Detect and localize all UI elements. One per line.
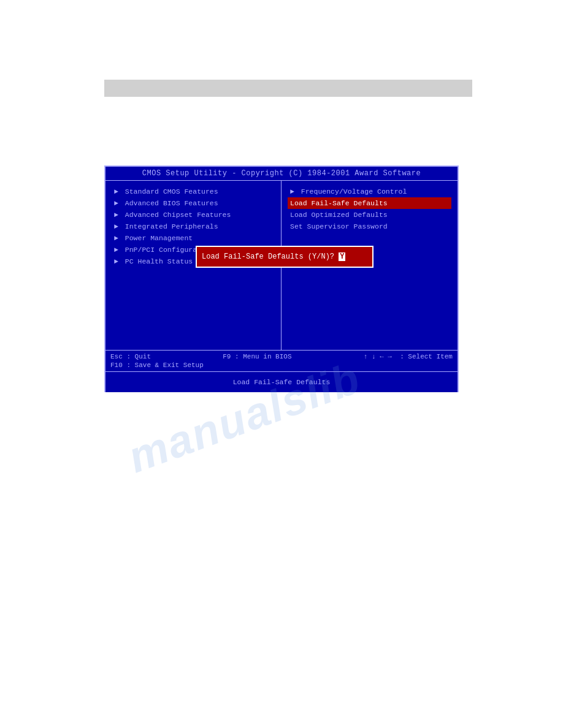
menu-item-advanced-chipset[interactable]: ► Advanced Chipset Features xyxy=(112,209,275,221)
menu-item-label: Frequency/Voltage Control xyxy=(301,188,407,195)
bios-title: CMOS Setup Utility - Copyright (C) 1984-… xyxy=(105,167,458,181)
menu-item-label: Set Supervisor Password xyxy=(290,222,388,230)
bios-status-line2: F10 : Save & Exit Setup xyxy=(110,362,453,369)
menu-item-label: Load Optimized Defaults xyxy=(290,211,388,219)
bios-dialog: Load Fail-Safe Defaults (Y/N)? Y xyxy=(196,246,373,268)
bios-footer: Load Fail-Safe Defaults xyxy=(105,371,458,392)
arrow-icon: ► xyxy=(114,257,118,265)
arrow-icon: ► xyxy=(114,211,118,219)
menu-item-label: Standard CMOS Features xyxy=(125,188,218,195)
bios-status-bar: Esc : Quit F9 : Menu in BIOS ↑ ↓ ← → : S… xyxy=(105,350,458,371)
menu-item-advanced-bios[interactable]: ► Advanced BIOS Features xyxy=(112,197,275,209)
menu-item-label: PC Health Status xyxy=(125,257,193,265)
menu-item-integrated-peripherals[interactable]: ► Integrated Peripherals xyxy=(112,221,275,232)
arrow-icon: ► xyxy=(114,188,118,195)
menu-item-freq-voltage[interactable]: ► Frequency/Voltage Control xyxy=(288,186,451,197)
arrow-icon: ► xyxy=(114,234,118,242)
arrow-icon: ► xyxy=(114,246,118,254)
menu-item-label: Advanced Chipset Features xyxy=(125,211,231,219)
menu-item-label: Power Management xyxy=(125,234,193,242)
menu-item-label: Advanced BIOS Features xyxy=(125,199,218,207)
top-bar xyxy=(104,80,472,97)
dialog-highlight-char: Y xyxy=(339,252,345,261)
arrow-icon: ► xyxy=(114,222,118,230)
arrow-icon: ► xyxy=(290,188,294,195)
bios-screen: CMOS Setup Utility - Copyright (C) 1984-… xyxy=(104,165,459,392)
menu-item-power-management[interactable]: ► Power Management xyxy=(112,232,275,244)
bios-right-menu: ► Frequency/Voltage Control Load Fail-Sa… xyxy=(282,181,458,350)
bios-main-area: ► Standard CMOS Features ► Advanced BIOS… xyxy=(105,181,458,350)
esc-label: Esc : Quit xyxy=(110,353,151,360)
menu-item-label: Load Fail-Safe Defaults xyxy=(290,199,388,207)
select-label: : Select Item xyxy=(400,353,453,360)
bios-footer-text: Load Fail-Safe Defaults xyxy=(233,378,331,386)
f9-label: F9 : Menu in BIOS xyxy=(223,353,291,360)
bios-status-line1: Esc : Quit F9 : Menu in BIOS ↑ ↓ ← → : S… xyxy=(110,353,453,360)
menu-item-load-optimized[interactable]: Load Optimized Defaults xyxy=(288,209,451,221)
arrows-select-label: ↑ ↓ ← → : Select Item xyxy=(364,353,453,360)
bios-title-text: CMOS Setup Utility - Copyright (C) 1984-… xyxy=(142,169,421,178)
page-background: CMOS Setup Utility - Copyright (C) 1984-… xyxy=(0,0,563,728)
dialog-text: Load Fail-Safe Defaults (Y/N)? xyxy=(202,252,334,261)
menu-item-label: PnP/PCI Configura xyxy=(125,246,197,254)
arrows-label: ↑ ↓ ← → xyxy=(364,353,392,360)
f10-label: F10 : Save & Exit Setup xyxy=(110,362,204,369)
menu-item-load-failsafe[interactable]: Load Fail-Safe Defaults xyxy=(288,197,451,209)
menu-item-standard-cmos[interactable]: ► Standard CMOS Features xyxy=(112,186,275,197)
arrow-icon: ► xyxy=(114,199,118,207)
menu-item-supervisor-password[interactable]: Set Supervisor Password xyxy=(288,221,451,232)
menu-item-label: Integrated Peripherals xyxy=(125,222,218,230)
